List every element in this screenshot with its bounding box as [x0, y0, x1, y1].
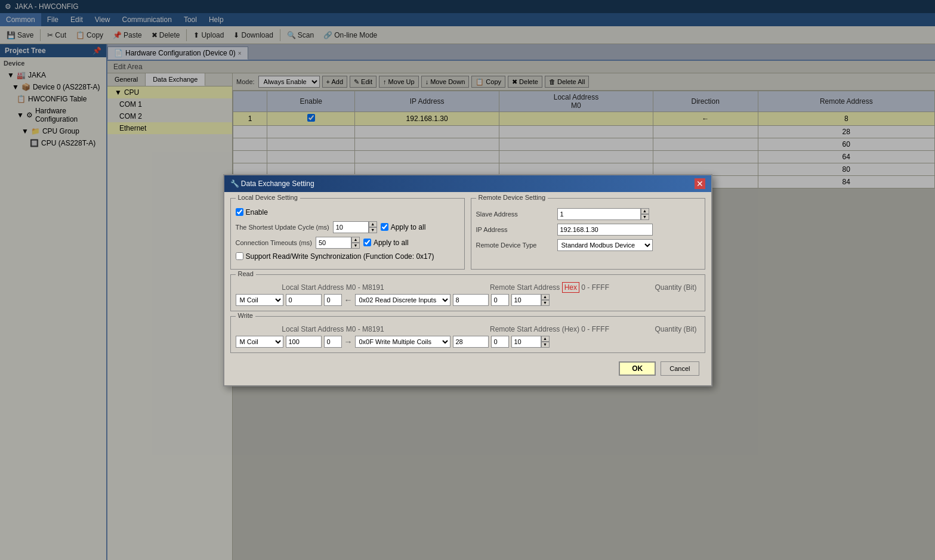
dialog-title-bar: 🔧 Data Exchange Setting ✕ — [224, 175, 711, 192]
device-type-label: Remote Device Type — [476, 242, 554, 249]
write-remote-addr2-input[interactable] — [491, 336, 509, 348]
write-quantity-input[interactable] — [511, 336, 541, 348]
ip-address-label: IP Address — [476, 226, 554, 233]
dialog-footer: OK Cancel — [230, 358, 705, 379]
read-row: M Coil ← 0x02 Read Discrete Inputs ▲ — [236, 294, 700, 306]
write-local-type-select[interactable]: M Coil — [236, 336, 283, 348]
hex-label: Hex — [562, 282, 579, 293]
read-local-type-select[interactable]: M Coil — [236, 294, 283, 306]
stepper-up[interactable]: ▲ — [369, 221, 377, 227]
read-remote-addr2-input[interactable] — [491, 294, 509, 306]
update-cycle-row: The Shortest Update Cycle (ms) ▲ ▼ — [236, 221, 459, 233]
write-remote-header: Remote Start Address (Hex) 0 - FFFF — [452, 325, 647, 333]
write-row: M Coil → 0x0F Write Multiple Coils ▲ — [236, 336, 700, 348]
local-device-section: Local Device Setting Enable The Shortest… — [230, 198, 465, 274]
cancel-button[interactable]: Cancel — [661, 361, 699, 376]
read-local-addr2-input[interactable] — [324, 294, 342, 306]
slave-address-input[interactable] — [557, 208, 641, 220]
dialog-overlay: 🔧 Data Exchange Setting ✕ Local Device S… — [0, 0, 935, 560]
dialog-title-text: 🔧 Data Exchange Setting — [230, 180, 314, 188]
apply-to-all-1-checkbox[interactable] — [381, 223, 388, 231]
slave-address-stepper[interactable]: ▲ ▼ — [641, 208, 649, 220]
read-local-addr-input[interactable] — [286, 294, 322, 306]
write-local-addr-input[interactable] — [286, 336, 322, 348]
write-arrow: → — [344, 337, 353, 346]
write-quantity-header: Quantity (Bit) — [652, 325, 700, 333]
write-local-addr2-input[interactable] — [324, 336, 342, 348]
device-type-row: Remote Device Type Standard Modbus Devic… — [476, 239, 700, 251]
ip-address-row: IP Address — [476, 224, 700, 236]
sync-row: Support Read/Write Synchronization (Func… — [236, 252, 459, 261]
read-remote-func-select[interactable]: 0x02 Read Discrete Inputs — [355, 294, 450, 306]
read-arrow: ← — [344, 295, 353, 305]
connection-timeout-input-group: ▲ ▼ — [316, 237, 360, 249]
apply-to-all-2-checkbox[interactable] — [363, 239, 371, 246]
local-device-box: Local Device Setting Enable The Shortest… — [230, 198, 465, 270]
write-local-header: Local Start Address M0 - M8191 — [236, 325, 431, 333]
write-remote-addr-input[interactable] — [453, 336, 489, 348]
update-cycle-input[interactable] — [333, 221, 369, 233]
connection-timeout-input[interactable] — [316, 237, 351, 249]
write-quantity-group: ▲ ▼ — [511, 336, 550, 348]
read-remote-header: Remote Start Address Hex 0 - FFFF — [452, 283, 647, 292]
data-exchange-dialog: 🔧 Data Exchange Setting ✕ Local Device S… — [223, 174, 712, 386]
enable-checkbox[interactable] — [236, 208, 243, 216]
apply-to-all-2-label[interactable]: Apply to all — [363, 239, 409, 247]
remote-device-section: Remote Device Setting Slave Address ▲ ▼ — [471, 198, 705, 274]
enable-checkbox-label[interactable]: Enable — [236, 208, 459, 216]
stepper-up[interactable]: ▲ — [641, 208, 649, 214]
sync-checkbox[interactable] — [236, 252, 243, 260]
slave-address-row: Slave Address ▲ ▼ — [476, 208, 700, 220]
read-quantity-group: ▲ ▼ — [511, 294, 550, 306]
stepper-down[interactable]: ▼ — [641, 214, 649, 220]
write-section: Write Local Start Address M0 - M8191 Rem… — [230, 316, 705, 353]
read-quantity-input[interactable] — [511, 294, 541, 306]
local-device-title: Local Device Setting — [236, 194, 300, 201]
apply-to-all-1-label[interactable]: Apply to all — [381, 223, 426, 231]
dialog-close-button[interactable]: ✕ — [695, 178, 705, 189]
stepper-up[interactable]: ▲ — [351, 237, 360, 243]
slave-address-label: Slave Address — [476, 211, 554, 218]
stepper-up[interactable]: ▲ — [541, 336, 550, 342]
read-section: Read Local Start Address M0 - M8191 Remo… — [230, 274, 705, 311]
read-local-header: Local Start Address M0 - M8191 — [236, 283, 431, 292]
stepper-down[interactable]: ▼ — [369, 227, 377, 233]
remote-device-box: Remote Device Setting Slave Address ▲ ▼ — [471, 198, 705, 270]
read-section-title: Read — [236, 270, 256, 277]
read-remote-addr-input[interactable] — [453, 294, 489, 306]
update-cycle-input-group: ▲ ▼ — [333, 221, 377, 233]
connection-timeout-row: Connection Timeouts (ms) ▲ ▼ Apply — [236, 237, 459, 249]
update-cycle-label: The Shortest Update Cycle (ms) — [236, 224, 329, 231]
dialog-body: Local Device Setting Enable The Shortest… — [224, 192, 711, 385]
ok-button[interactable]: OK — [619, 361, 656, 376]
write-section-title: Write — [236, 312, 255, 319]
stepper-down[interactable]: ▼ — [351, 243, 360, 249]
device-settings-row: Local Device Setting Enable The Shortest… — [230, 198, 705, 274]
read-quantity-header: Quantity (Bit) — [652, 283, 700, 292]
connection-timeout-label: Connection Timeouts (ms) — [236, 239, 312, 246]
sync-checkbox-label[interactable]: Support Read/Write Synchronization (Func… — [236, 252, 434, 261]
stepper-down[interactable]: ▼ — [541, 300, 550, 306]
remote-device-title: Remote Device Setting — [476, 194, 548, 201]
update-cycle-stepper[interactable]: ▲ ▼ — [369, 221, 377, 233]
slave-address-input-group: ▲ ▼ — [557, 208, 649, 220]
ip-address-input[interactable] — [557, 224, 653, 236]
connection-timeout-stepper[interactable]: ▲ ▼ — [351, 237, 360, 249]
write-quantity-stepper[interactable]: ▲ ▼ — [541, 336, 550, 348]
device-type-select[interactable]: Standard Modbus Device Delta DVP Device — [557, 239, 653, 251]
write-remote-func-select[interactable]: 0x0F Write Multiple Coils — [355, 336, 450, 348]
stepper-up[interactable]: ▲ — [541, 294, 550, 300]
read-quantity-stepper[interactable]: ▲ ▼ — [541, 294, 550, 306]
stepper-down[interactable]: ▼ — [541, 342, 550, 348]
